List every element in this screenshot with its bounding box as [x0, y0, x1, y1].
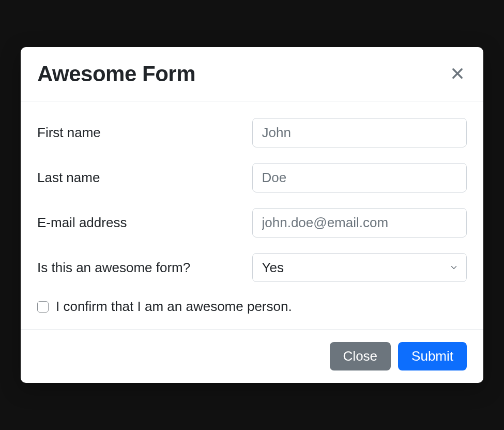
- last-name-input[interactable]: [252, 163, 467, 192]
- modal-dialog: Awesome Form First name Last name E-mail…: [21, 47, 483, 383]
- form-row-last-name: Last name: [37, 163, 467, 192]
- form-row-first-name: First name: [37, 118, 467, 147]
- form-row-email: E-mail address: [37, 208, 467, 238]
- first-name-input[interactable]: [252, 118, 467, 147]
- last-name-label: Last name: [37, 170, 252, 186]
- awesome-label: Is this an awesome form?: [37, 260, 252, 276]
- close-footer-button[interactable]: Close: [330, 342, 391, 370]
- submit-button[interactable]: Submit: [398, 342, 467, 370]
- email-label: E-mail address: [37, 215, 252, 231]
- modal-footer: Close Submit: [21, 329, 483, 383]
- awesome-select[interactable]: Yes: [252, 253, 467, 282]
- form-row-awesome: Is this an awesome form? Yes: [37, 253, 467, 282]
- email-input[interactable]: [252, 208, 467, 238]
- confirm-checkbox[interactable]: [37, 301, 49, 313]
- modal-header: Awesome Form: [21, 47, 483, 101]
- awesome-select-wrapper: Yes: [252, 253, 467, 282]
- first-name-label: First name: [37, 125, 252, 141]
- close-button[interactable]: [448, 64, 467, 84]
- modal-title: Awesome Form: [37, 62, 195, 86]
- confirm-label[interactable]: I confirm that I am an awesome person.: [56, 299, 292, 315]
- form-row-confirm: I confirm that I am an awesome person.: [37, 299, 467, 315]
- modal-body: First name Last name E-mail address Is t…: [21, 101, 483, 329]
- close-icon: [450, 75, 465, 82]
